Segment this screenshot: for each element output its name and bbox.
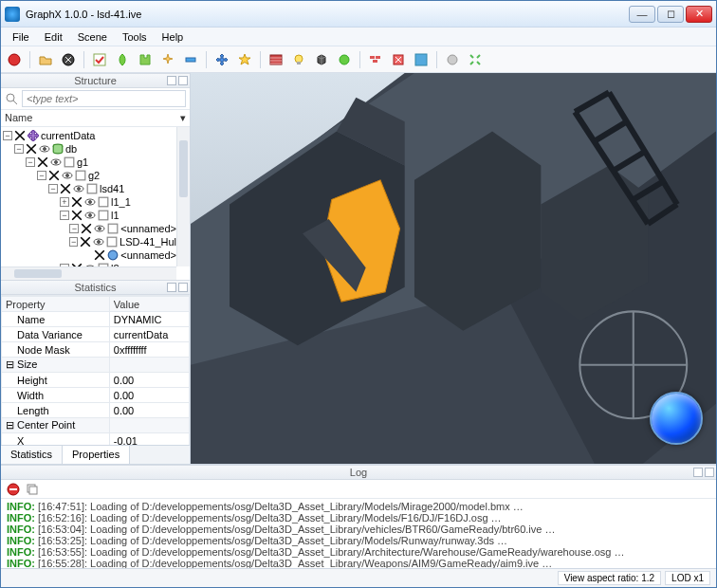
geom-icon <box>107 249 119 261</box>
menu-help[interactable]: Help <box>155 29 192 45</box>
close-file-button[interactable] <box>59 50 78 69</box>
tree-twisty-icon[interactable]: + <box>60 197 69 207</box>
prop-row[interactable]: ⊟ Size <box>2 358 190 373</box>
tree-node[interactable]: −lsd41 <box>1 182 176 195</box>
log-level: INFO: <box>7 524 35 535</box>
minus-button[interactable] <box>181 50 200 69</box>
bottom-tabs: Statistics Properties <box>1 445 190 464</box>
dock-close-icon[interactable] <box>705 468 714 477</box>
leaf-button[interactable] <box>113 50 132 69</box>
svg-point-7 <box>340 55 349 64</box>
dock-float-icon[interactable] <box>693 468 703 477</box>
star-button[interactable] <box>235 50 254 69</box>
cube-button[interactable] <box>312 50 331 69</box>
tree-twisty-icon[interactable]: − <box>3 131 12 140</box>
prop-header-value[interactable]: Value <box>109 297 189 312</box>
dock-float-icon[interactable] <box>167 283 176 292</box>
green-dot-button[interactable] <box>335 50 354 69</box>
menu-file[interactable]: File <box>5 29 37 45</box>
db-icon <box>52 143 64 155</box>
tree-twisty-icon[interactable]: − <box>26 157 35 167</box>
prop-key: Name <box>17 314 45 325</box>
tab-statistics[interactable]: Statistics <box>1 446 63 464</box>
wall-button[interactable] <box>267 50 285 69</box>
copy-log-icon[interactable] <box>26 483 39 496</box>
prop-row[interactable]: ⊟ Center Point <box>2 418 190 433</box>
bricks-button[interactable] <box>366 50 385 69</box>
svg-rect-38 <box>107 237 117 247</box>
stats-title: Statistics <box>74 282 116 293</box>
tree-scrollbar-h[interactable] <box>1 266 176 280</box>
tree-twisty-icon[interactable]: − <box>14 144 24 154</box>
group-icon <box>106 236 118 248</box>
prop-header-property[interactable]: Property <box>2 297 110 312</box>
cross-icon <box>80 236 91 248</box>
menu-tools[interactable]: Tools <box>115 29 155 45</box>
tree-node[interactable]: −LSD-41_Hul <box>1 235 176 248</box>
prop-row[interactable]: Height0.00 <box>2 373 190 388</box>
dock-close-icon[interactable] <box>178 76 188 85</box>
open-button[interactable] <box>36 50 55 69</box>
titlebar: GraphX 1.0.0 - lsd-41.ive — ◻ ✕ <box>1 1 716 28</box>
svg-point-37 <box>98 241 101 244</box>
prop-row[interactable]: Length0.00 <box>2 403 190 418</box>
minimize-button[interactable]: — <box>629 6 655 23</box>
light-button[interactable] <box>289 50 308 69</box>
expand-button[interactable] <box>466 50 485 69</box>
sparkle-button[interactable] <box>158 50 177 69</box>
prop-key: Data Variance <box>17 329 83 340</box>
tree-node[interactable]: <unnamed> <box>1 248 176 262</box>
prop-row[interactable]: Width0.00 <box>2 388 190 403</box>
gray-circle-button[interactable] <box>443 50 462 69</box>
tree-column-chevron-icon[interactable]: ▾ <box>180 112 186 124</box>
prop-value: 0.00 <box>109 403 189 418</box>
maximize-button[interactable]: ◻ <box>657 6 684 23</box>
tree-node[interactable]: −g2 <box>1 169 176 182</box>
tree-scrollbar-v[interactable] <box>176 127 190 266</box>
tree-node[interactable]: −g1 <box>1 156 176 169</box>
tab-properties[interactable]: Properties <box>63 446 130 465</box>
app-icon <box>5 7 20 22</box>
group-icon <box>98 196 109 208</box>
prop-value <box>109 358 189 373</box>
menubar: File Edit Scene Tools Help <box>1 28 716 46</box>
tree-node[interactable]: −db <box>1 142 176 156</box>
svg-point-14 <box>7 94 14 101</box>
prop-row[interactable]: Data VariancecurrentData <box>2 327 190 342</box>
menu-edit[interactable]: Edit <box>37 29 70 45</box>
tree-node[interactable]: −currentData <box>1 129 176 142</box>
prop-row[interactable]: X-0.01 <box>2 433 190 446</box>
close-button[interactable]: ✕ <box>686 6 712 23</box>
tree-twisty-icon[interactable]: − <box>69 237 78 247</box>
tree-twisty-icon[interactable]: − <box>60 211 69 220</box>
tree-twisty-icon[interactable]: − <box>37 171 46 180</box>
svg-rect-9 <box>376 56 380 59</box>
prop-row[interactable]: Node Mask0xffffffff <box>2 342 190 358</box>
navigation-ball[interactable] <box>650 392 703 445</box>
prop-row[interactable]: NameDYNAMIC <box>2 312 190 327</box>
svg-point-31 <box>89 214 92 217</box>
tree-twisty-icon[interactable]: − <box>48 184 58 193</box>
bluegrid-button[interactable] <box>412 50 431 69</box>
tree-node-label: db <box>65 142 77 156</box>
tree-node[interactable]: −l1 <box>1 209 176 222</box>
move-button[interactable] <box>212 50 231 69</box>
properties-table: Property Value NameDYNAMICData Variancec… <box>1 295 190 445</box>
dock-float-icon[interactable] <box>167 76 176 85</box>
structure-dock-header: Structure <box>1 73 190 88</box>
tree-node[interactable]: +l1_1 <box>1 195 176 209</box>
cross-icon <box>71 196 83 208</box>
viewport-3d[interactable] <box>191 73 716 464</box>
puzzle-button[interactable] <box>136 50 155 69</box>
clear-log-icon[interactable] <box>7 483 20 496</box>
menu-scene[interactable]: Scene <box>70 29 115 45</box>
delete-button[interactable] <box>389 50 408 69</box>
tree-node[interactable]: −<unnamed> <box>1 222 176 235</box>
dock-close-icon[interactable] <box>178 283 188 292</box>
tree-twisty-icon[interactable]: − <box>69 224 79 233</box>
group-icon <box>75 170 86 181</box>
check-button[interactable] <box>90 50 109 69</box>
scene-tree[interactable]: −currentData−db−g1−g2−lsd41+l1_1−l1−<unn… <box>1 127 176 266</box>
stop-button[interactable] <box>5 50 24 69</box>
search-input[interactable] <box>22 90 186 107</box>
